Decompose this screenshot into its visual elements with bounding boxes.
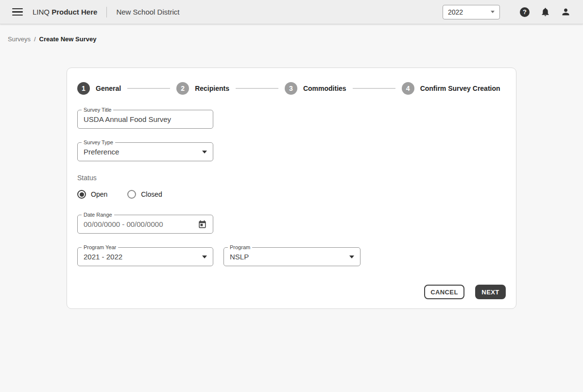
status-radio-group: Open Closed <box>77 190 506 199</box>
program-value: NSLP <box>230 253 345 261</box>
step-number: 3 <box>285 82 297 95</box>
date-range-label: Date Range <box>82 212 114 218</box>
district-name: New School District <box>116 8 179 16</box>
help-button[interactable]: ? <box>519 7 530 17</box>
help-icon: ? <box>520 7 530 17</box>
breadcrumb-current: Create New Survey <box>39 35 97 43</box>
radio-icon <box>77 190 86 199</box>
radio-label: Open <box>91 190 107 198</box>
cancel-button[interactable]: CANCEL <box>424 285 464 299</box>
step-number: 1 <box>77 82 90 95</box>
date-range-field: Date Range <box>77 215 213 234</box>
survey-title-field: Survey Title <box>77 110 213 129</box>
brand-name: LINQ <box>33 8 50 16</box>
product-title: LINQ Product Here <box>33 8 97 16</box>
step-number: 4 <box>402 82 414 95</box>
dropdown-arrow-icon <box>349 256 354 258</box>
step-commodities[interactable]: 3 Commodities <box>285 82 346 95</box>
program-year-select[interactable]: Program Year 2021 - 2022 <box>77 247 213 266</box>
step-number: 2 <box>176 82 189 95</box>
step-label: Commodities <box>303 85 346 92</box>
notifications-button[interactable] <box>540 7 550 17</box>
step-recipients[interactable]: 2 Recipients <box>176 82 229 95</box>
program-select[interactable]: Program NSLP <box>223 247 360 266</box>
survey-type-value: Preference <box>84 148 198 156</box>
dropdown-arrow-icon <box>202 256 207 258</box>
breadcrumb-separator: / <box>34 35 36 43</box>
program-row: Program Year 2021 - 2022 Program NSLP <box>77 247 506 266</box>
general-step-form: Survey Title Survey Type Preference Stat… <box>77 110 506 299</box>
program-label: Program <box>228 244 252 250</box>
bell-icon <box>540 7 550 17</box>
person-icon <box>561 7 571 17</box>
radio-icon <box>127 190 136 199</box>
survey-type-select[interactable]: Survey Type Preference <box>77 142 213 161</box>
survey-title-input[interactable] <box>84 115 207 123</box>
step-label: Recipients <box>195 85 229 92</box>
create-survey-card: 1 General 2 Recipients 3 Commodities 4 C… <box>67 68 516 309</box>
year-select[interactable]: 2022 <box>443 5 500 19</box>
header-divider <box>106 7 107 17</box>
step-label: General <box>96 85 121 92</box>
step-connector <box>236 88 278 89</box>
survey-title-label: Survey Title <box>82 107 113 113</box>
breadcrumb-surveys[interactable]: Surveys <box>8 35 31 43</box>
step-label: Confirm Survey Creation <box>420 85 500 92</box>
chevron-down-icon <box>491 11 495 13</box>
program-year-value: 2021 - 2022 <box>84 253 198 261</box>
breadcrumb: Surveys / Create New Survey <box>8 35 583 43</box>
date-range-input[interactable] <box>84 220 194 228</box>
survey-type-label: Survey Type <box>82 139 115 145</box>
account-button[interactable] <box>560 7 571 17</box>
program-year-label: Program Year <box>82 244 118 250</box>
next-button[interactable]: NEXT <box>475 285 506 299</box>
step-connector <box>353 88 395 89</box>
wizard-stepper: 1 General 2 Recipients 3 Commodities 4 C… <box>77 82 506 95</box>
product-name: Product Here <box>51 8 97 16</box>
menu-icon[interactable] <box>12 6 23 18</box>
radio-label: Closed <box>141 190 162 198</box>
step-confirm-survey-creation[interactable]: 4 Confirm Survey Creation <box>402 82 500 95</box>
status-label: Status <box>77 174 506 182</box>
calendar-icon <box>198 220 207 229</box>
form-actions: CANCEL NEXT <box>77 285 506 299</box>
year-select-value: 2022 <box>448 8 463 16</box>
step-connector <box>127 88 170 89</box>
calendar-picker-button[interactable] <box>198 220 207 229</box>
dropdown-arrow-icon <box>202 151 207 153</box>
status-radio-open[interactable]: Open <box>77 190 107 199</box>
step-general[interactable]: 1 General <box>77 82 121 95</box>
status-radio-closed[interactable]: Closed <box>127 190 162 199</box>
app-header: LINQ Product Here New School District 20… <box>0 0 583 24</box>
